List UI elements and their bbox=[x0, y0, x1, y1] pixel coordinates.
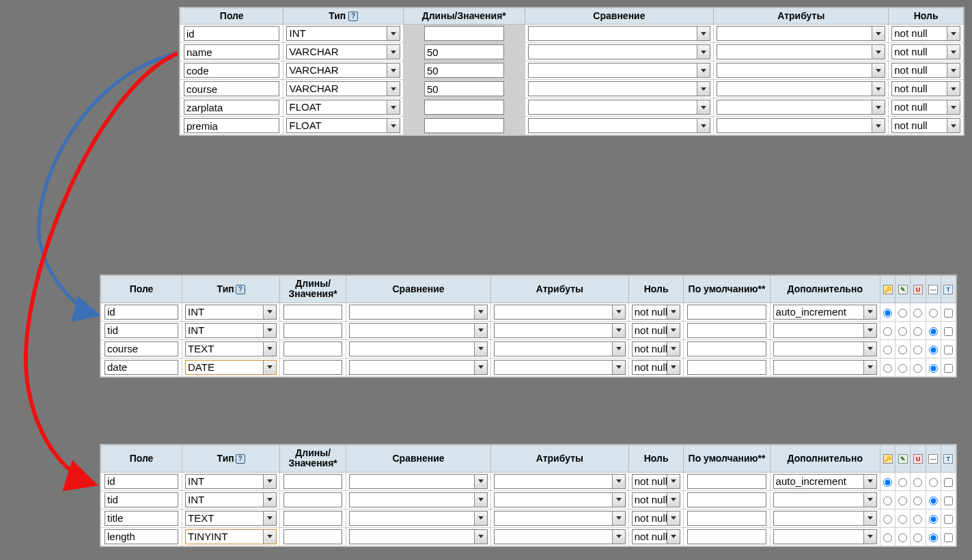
help-icon[interactable]: ? bbox=[236, 285, 245, 294]
type-select[interactable]: TINYINT bbox=[185, 529, 277, 544]
length-input[interactable] bbox=[283, 305, 342, 320]
type-select[interactable]: INT bbox=[185, 492, 277, 507]
field-name-input[interactable] bbox=[184, 44, 279, 59]
default-input[interactable] bbox=[687, 474, 766, 489]
length-input[interactable] bbox=[424, 63, 504, 78]
index-radio[interactable] bbox=[883, 364, 892, 373]
attributes-select[interactable] bbox=[717, 44, 885, 59]
null-select[interactable]: not null bbox=[632, 323, 681, 338]
attributes-select[interactable] bbox=[717, 26, 885, 41]
index-radio[interactable] bbox=[929, 515, 938, 524]
index-radio[interactable] bbox=[883, 327, 892, 336]
collation-select[interactable] bbox=[349, 529, 488, 544]
collation-select[interactable] bbox=[528, 100, 711, 115]
length-input[interactable] bbox=[283, 323, 342, 338]
null-select[interactable]: not null bbox=[891, 81, 960, 96]
extra-select[interactable] bbox=[773, 511, 877, 526]
extra-select[interactable] bbox=[773, 360, 877, 375]
index-radio[interactable] bbox=[929, 346, 938, 354]
type-select[interactable]: INT bbox=[185, 323, 277, 338]
extra-select[interactable] bbox=[773, 341, 877, 356]
length-input[interactable] bbox=[424, 81, 504, 96]
null-select[interactable]: not null bbox=[891, 100, 960, 115]
field-name-input[interactable] bbox=[184, 100, 279, 115]
index-radio[interactable] bbox=[898, 515, 907, 524]
collation-select[interactable] bbox=[349, 360, 488, 375]
field-name-input[interactable] bbox=[105, 529, 178, 544]
field-name-input[interactable] bbox=[184, 81, 279, 96]
default-input[interactable] bbox=[687, 360, 766, 375]
extra-select[interactable]: auto_increment bbox=[773, 474, 877, 489]
index-radio[interactable] bbox=[898, 478, 907, 487]
index-radio[interactable] bbox=[883, 533, 892, 542]
field-name-input[interactable] bbox=[105, 360, 178, 375]
index-radio[interactable] bbox=[898, 364, 907, 373]
help-icon[interactable]: ? bbox=[348, 12, 358, 21]
fulltext-checkbox[interactable] bbox=[944, 496, 953, 505]
default-input[interactable] bbox=[687, 511, 766, 526]
length-input[interactable] bbox=[424, 118, 504, 133]
type-select[interactable]: TEXT bbox=[185, 341, 277, 356]
collation-select[interactable] bbox=[349, 323, 488, 338]
index-radio[interactable] bbox=[913, 364, 922, 373]
null-select[interactable]: not null bbox=[632, 474, 681, 489]
extra-select[interactable] bbox=[773, 492, 877, 507]
index-radio[interactable] bbox=[883, 346, 892, 354]
fulltext-checkbox[interactable] bbox=[944, 533, 953, 542]
collation-select[interactable] bbox=[349, 511, 488, 526]
index-radio[interactable] bbox=[883, 496, 892, 505]
index-radio[interactable] bbox=[898, 346, 907, 354]
fulltext-checkbox[interactable] bbox=[944, 364, 953, 373]
attributes-select[interactable] bbox=[494, 360, 626, 375]
type-select[interactable]: INT bbox=[185, 474, 277, 489]
attributes-select[interactable] bbox=[494, 529, 626, 544]
attributes-select[interactable] bbox=[717, 81, 885, 96]
null-select[interactable]: not null bbox=[891, 118, 960, 133]
null-select[interactable]: not null bbox=[632, 341, 681, 356]
field-name-input[interactable] bbox=[105, 305, 178, 320]
null-select[interactable]: not null bbox=[632, 511, 681, 526]
index-radio[interactable] bbox=[913, 533, 922, 542]
collation-select[interactable] bbox=[528, 118, 711, 133]
default-input[interactable] bbox=[687, 341, 766, 356]
fulltext-checkbox[interactable] bbox=[944, 515, 953, 524]
type-select[interactable]: VARCHAR bbox=[286, 44, 400, 59]
length-input[interactable] bbox=[283, 492, 342, 507]
null-select[interactable]: not null bbox=[891, 44, 960, 59]
type-select[interactable]: VARCHAR bbox=[286, 81, 400, 96]
index-radio[interactable] bbox=[913, 478, 922, 487]
fulltext-checkbox[interactable] bbox=[944, 478, 953, 487]
default-input[interactable] bbox=[687, 305, 766, 320]
type-select[interactable]: INT bbox=[286, 26, 400, 41]
index-radio[interactable] bbox=[898, 309, 907, 318]
extra-select[interactable] bbox=[773, 529, 877, 544]
default-input[interactable] bbox=[687, 529, 766, 544]
null-select[interactable]: not null bbox=[891, 63, 960, 78]
length-input[interactable] bbox=[424, 26, 504, 41]
length-input[interactable] bbox=[424, 44, 504, 59]
collation-select[interactable] bbox=[349, 341, 488, 356]
type-select[interactable]: FLOAT bbox=[286, 118, 400, 133]
extra-select[interactable]: auto_increment bbox=[773, 305, 877, 320]
null-select[interactable]: not null bbox=[632, 305, 681, 320]
field-name-input[interactable] bbox=[105, 323, 178, 338]
null-select[interactable]: not null bbox=[632, 492, 681, 507]
null-select[interactable]: not null bbox=[891, 26, 960, 41]
collation-select[interactable] bbox=[349, 492, 488, 507]
index-radio[interactable] bbox=[883, 309, 892, 318]
index-radio[interactable] bbox=[913, 346, 922, 354]
index-radio[interactable] bbox=[929, 327, 938, 336]
type-select[interactable]: DATE bbox=[185, 360, 277, 375]
attributes-select[interactable] bbox=[494, 474, 626, 489]
index-radio[interactable] bbox=[898, 327, 907, 336]
field-name-input[interactable] bbox=[184, 118, 279, 133]
type-select[interactable]: FLOAT bbox=[286, 100, 400, 115]
attributes-select[interactable] bbox=[717, 100, 885, 115]
collation-select[interactable] bbox=[349, 305, 488, 320]
length-input[interactable] bbox=[283, 341, 342, 356]
index-radio[interactable] bbox=[929, 478, 938, 487]
default-input[interactable] bbox=[687, 492, 766, 507]
index-radio[interactable] bbox=[913, 496, 922, 505]
collation-select[interactable] bbox=[528, 44, 711, 59]
field-name-input[interactable] bbox=[184, 26, 279, 41]
